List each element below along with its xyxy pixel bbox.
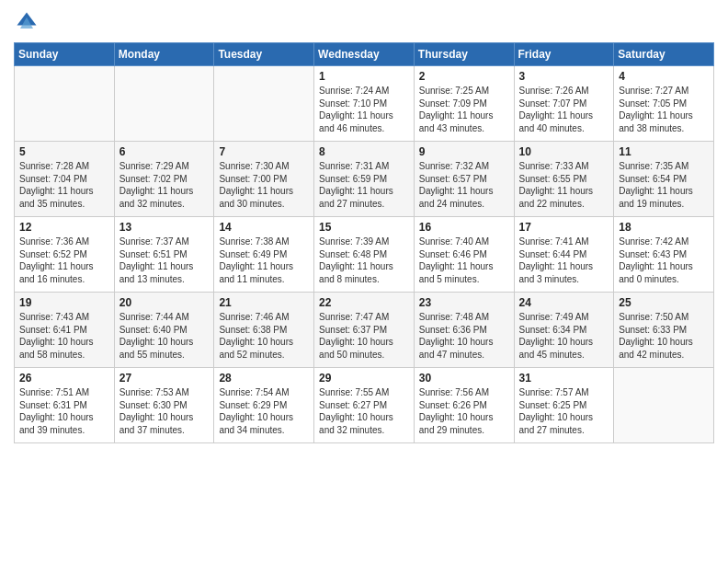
calendar-day-cell: 23Sunrise: 7:48 AMSunset: 6:36 PMDayligh… xyxy=(414,293,514,368)
day-info: Sunrise: 7:26 AMSunset: 7:07 PMDaylight:… xyxy=(519,85,609,134)
day-info: Sunrise: 7:56 AMSunset: 6:26 PMDaylight:… xyxy=(419,386,509,436)
day-info: Sunrise: 7:51 AMSunset: 6:31 PMDaylight:… xyxy=(19,386,109,436)
calendar-week-row: 19Sunrise: 7:43 AMSunset: 6:41 PMDayligh… xyxy=(15,293,714,368)
day-number: 13 xyxy=(119,221,210,234)
header-day: Tuesday xyxy=(214,43,314,66)
calendar-week-row: 5Sunrise: 7:28 AMSunset: 7:04 PMDaylight… xyxy=(15,142,714,217)
day-info: Sunrise: 7:40 AMSunset: 6:46 PMDaylight:… xyxy=(419,236,509,285)
day-info: Sunrise: 7:41 AMSunset: 6:44 PMDaylight:… xyxy=(519,236,609,285)
calendar-day-cell: 5Sunrise: 7:28 AMSunset: 7:04 PMDaylight… xyxy=(15,142,115,217)
calendar-day-cell: 7Sunrise: 7:30 AMSunset: 7:00 PMDaylight… xyxy=(214,142,314,217)
day-number: 9 xyxy=(419,145,509,158)
day-number: 6 xyxy=(119,145,210,158)
calendar-day-cell: 28Sunrise: 7:54 AMSunset: 6:29 PMDayligh… xyxy=(214,368,314,443)
calendar-day-cell xyxy=(15,66,115,142)
day-info: Sunrise: 7:32 AMSunset: 6:57 PMDaylight:… xyxy=(419,160,509,210)
calendar-day-cell: 16Sunrise: 7:40 AMSunset: 6:46 PMDayligh… xyxy=(414,217,514,293)
day-info: Sunrise: 7:57 AMSunset: 6:25 PMDaylight:… xyxy=(519,386,609,436)
day-info: Sunrise: 7:31 AMSunset: 6:59 PMDaylight:… xyxy=(319,160,409,210)
header-row: SundayMondayTuesdayWednesdayThursdayFrid… xyxy=(15,43,714,66)
logo xyxy=(14,9,43,35)
calendar-day-cell: 1Sunrise: 7:24 AMSunset: 7:10 PMDaylight… xyxy=(314,66,415,142)
day-number: 21 xyxy=(219,296,309,309)
calendar-day-cell: 18Sunrise: 7:42 AMSunset: 6:43 PMDayligh… xyxy=(614,217,714,293)
day-number: 7 xyxy=(219,145,309,158)
header-day: Wednesday xyxy=(314,43,415,66)
day-info: Sunrise: 7:35 AMSunset: 6:54 PMDaylight:… xyxy=(619,160,709,210)
day-info: Sunrise: 7:42 AMSunset: 6:43 PMDaylight:… xyxy=(619,236,709,285)
calendar-day-cell: 24Sunrise: 7:49 AMSunset: 6:34 PMDayligh… xyxy=(514,293,614,368)
day-number: 10 xyxy=(519,145,609,158)
header-day: Sunday xyxy=(15,43,115,66)
header-day: Thursday xyxy=(414,43,514,66)
calendar-week-row: 1Sunrise: 7:24 AMSunset: 7:10 PMDaylight… xyxy=(15,66,714,142)
logo-icon xyxy=(14,9,40,35)
calendar-day-cell: 29Sunrise: 7:55 AMSunset: 6:27 PMDayligh… xyxy=(314,368,415,443)
calendar-day-cell: 14Sunrise: 7:38 AMSunset: 6:49 PMDayligh… xyxy=(214,217,314,293)
calendar-day-cell: 9Sunrise: 7:32 AMSunset: 6:57 PMDaylight… xyxy=(414,142,514,217)
day-number: 8 xyxy=(319,145,409,158)
calendar-day-cell xyxy=(214,66,314,142)
day-number: 26 xyxy=(19,372,109,385)
day-info: Sunrise: 7:47 AMSunset: 6:37 PMDaylight:… xyxy=(319,311,409,361)
calendar-day-cell: 8Sunrise: 7:31 AMSunset: 6:59 PMDaylight… xyxy=(314,142,415,217)
day-number: 24 xyxy=(519,296,609,309)
calendar-day-cell: 3Sunrise: 7:26 AMSunset: 7:07 PMDaylight… xyxy=(514,66,614,142)
calendar-day-cell: 11Sunrise: 7:35 AMSunset: 6:54 PMDayligh… xyxy=(614,142,714,217)
day-number: 4 xyxy=(619,70,709,83)
day-info: Sunrise: 7:33 AMSunset: 6:55 PMDaylight:… xyxy=(519,160,609,210)
day-number: 19 xyxy=(19,296,109,309)
day-number: 20 xyxy=(119,296,210,309)
day-number: 25 xyxy=(619,296,709,309)
calendar-day-cell: 22Sunrise: 7:47 AMSunset: 6:37 PMDayligh… xyxy=(314,293,415,368)
day-info: Sunrise: 7:37 AMSunset: 6:51 PMDaylight:… xyxy=(119,236,210,285)
calendar-day-cell xyxy=(614,368,714,443)
day-number: 15 xyxy=(319,221,409,234)
day-number: 2 xyxy=(419,70,509,83)
day-info: Sunrise: 7:39 AMSunset: 6:48 PMDaylight:… xyxy=(319,236,409,285)
calendar-day-cell: 26Sunrise: 7:51 AMSunset: 6:31 PMDayligh… xyxy=(15,368,115,443)
calendar-day-cell xyxy=(114,66,214,142)
day-number: 17 xyxy=(519,221,609,234)
day-info: Sunrise: 7:54 AMSunset: 6:29 PMDaylight:… xyxy=(219,386,309,436)
calendar-day-cell: 19Sunrise: 7:43 AMSunset: 6:41 PMDayligh… xyxy=(15,293,115,368)
calendar-day-cell: 17Sunrise: 7:41 AMSunset: 6:44 PMDayligh… xyxy=(514,217,614,293)
day-info: Sunrise: 7:29 AMSunset: 7:02 PMDaylight:… xyxy=(119,160,210,210)
calendar-day-cell: 15Sunrise: 7:39 AMSunset: 6:48 PMDayligh… xyxy=(314,217,415,293)
day-info: Sunrise: 7:48 AMSunset: 6:36 PMDaylight:… xyxy=(419,311,509,361)
day-info: Sunrise: 7:25 AMSunset: 7:09 PMDaylight:… xyxy=(419,85,509,134)
day-info: Sunrise: 7:38 AMSunset: 6:49 PMDaylight:… xyxy=(219,236,309,285)
day-number: 28 xyxy=(219,372,309,385)
day-number: 23 xyxy=(419,296,509,309)
header xyxy=(14,9,714,35)
day-number: 31 xyxy=(519,372,609,385)
day-number: 18 xyxy=(619,221,709,234)
day-number: 3 xyxy=(519,70,609,83)
header-day: Friday xyxy=(514,43,614,66)
day-number: 27 xyxy=(119,372,210,385)
calendar-day-cell: 25Sunrise: 7:50 AMSunset: 6:33 PMDayligh… xyxy=(614,293,714,368)
calendar-day-cell: 21Sunrise: 7:46 AMSunset: 6:38 PMDayligh… xyxy=(214,293,314,368)
day-info: Sunrise: 7:50 AMSunset: 6:33 PMDaylight:… xyxy=(619,311,709,361)
calendar-container: SundayMondayTuesdayWednesdayThursdayFrid… xyxy=(0,0,728,563)
day-info: Sunrise: 7:49 AMSunset: 6:34 PMDaylight:… xyxy=(519,311,609,361)
day-info: Sunrise: 7:53 AMSunset: 6:30 PMDaylight:… xyxy=(119,386,210,436)
calendar-week-row: 26Sunrise: 7:51 AMSunset: 6:31 PMDayligh… xyxy=(15,368,714,443)
calendar-day-cell: 2Sunrise: 7:25 AMSunset: 7:09 PMDaylight… xyxy=(414,66,514,142)
day-info: Sunrise: 7:43 AMSunset: 6:41 PMDaylight:… xyxy=(19,311,109,361)
calendar-day-cell: 31Sunrise: 7:57 AMSunset: 6:25 PMDayligh… xyxy=(514,368,614,443)
day-number: 11 xyxy=(619,145,709,158)
day-info: Sunrise: 7:28 AMSunset: 7:04 PMDaylight:… xyxy=(19,160,109,210)
calendar-day-cell: 20Sunrise: 7:44 AMSunset: 6:40 PMDayligh… xyxy=(114,293,214,368)
header-day: Saturday xyxy=(614,43,714,66)
day-info: Sunrise: 7:27 AMSunset: 7:05 PMDaylight:… xyxy=(619,85,709,134)
day-info: Sunrise: 7:36 AMSunset: 6:52 PMDaylight:… xyxy=(19,236,109,285)
day-number: 16 xyxy=(419,221,509,234)
calendar-day-cell: 4Sunrise: 7:27 AMSunset: 7:05 PMDaylight… xyxy=(614,66,714,142)
day-number: 14 xyxy=(219,221,309,234)
day-info: Sunrise: 7:24 AMSunset: 7:10 PMDaylight:… xyxy=(319,85,409,134)
day-number: 5 xyxy=(19,145,109,158)
calendar-day-cell: 13Sunrise: 7:37 AMSunset: 6:51 PMDayligh… xyxy=(114,217,214,293)
day-number: 29 xyxy=(319,372,409,385)
calendar-day-cell: 12Sunrise: 7:36 AMSunset: 6:52 PMDayligh… xyxy=(15,217,115,293)
